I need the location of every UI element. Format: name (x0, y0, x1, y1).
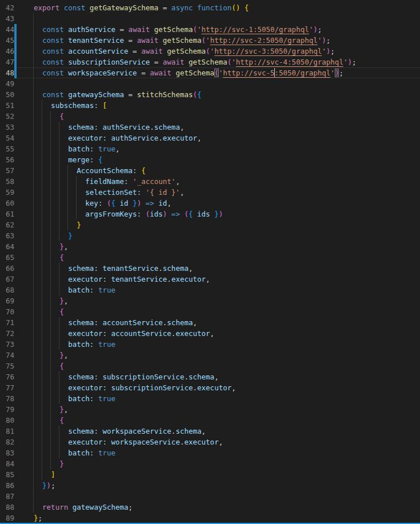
code-line[interactable]: 67 executor: tenantService.executor, (0, 274, 420, 285)
code-line[interactable]: 60 key: ({ id }) => id, (0, 198, 420, 209)
code-line[interactable]: 65 { (0, 252, 420, 263)
code-line[interactable]: 73 batch: true (0, 339, 420, 350)
line-number[interactable]: 72 (0, 328, 14, 339)
code-line[interactable]: 63 } (0, 230, 420, 241)
code-line[interactable]: 59 selectionSet: '{ id }', (0, 187, 420, 198)
line-number[interactable]: 80 (0, 415, 14, 426)
code-line[interactable]: 66 schema: tenantService.schema, (0, 263, 420, 274)
code-line[interactable]: 64 }, (0, 241, 420, 252)
token: http://svc-2:5050/graphql (210, 36, 318, 45)
line-number[interactable]: 66 (0, 263, 14, 274)
line-number[interactable]: 45 (0, 35, 14, 46)
code-line[interactable]: 80 { (0, 415, 420, 426)
code-line[interactable]: 86 }); (0, 480, 420, 491)
line-number[interactable]: 89 (0, 513, 14, 523)
code-line[interactable]: 56 merge: { (0, 154, 420, 165)
code-line[interactable]: 61 argsFromKeys: (ids) => ({ ids }) (0, 209, 420, 219)
line-number[interactable]: 57 (0, 165, 14, 176)
code-line[interactable]: 71 schema: accountService.schema, (0, 317, 420, 328)
line-number[interactable]: 46 (0, 46, 14, 57)
code-line[interactable]: 70 { (0, 306, 420, 317)
code-line[interactable]: 74 }, (0, 350, 420, 361)
line-number[interactable]: 61 (0, 209, 14, 219)
line-number[interactable]: 70 (0, 306, 14, 317)
line-number[interactable]: 43 (0, 13, 14, 24)
code-line[interactable]: 62 } (0, 219, 420, 230)
line-number[interactable]: 88 (0, 502, 14, 513)
line-number[interactable]: 62 (0, 219, 14, 230)
code-line[interactable]: 82 executor: workspaceService.executor, (0, 437, 420, 447)
line-number[interactable]: 82 (0, 437, 14, 447)
line-number[interactable]: 50 (0, 89, 14, 100)
line-number[interactable]: 68 (0, 285, 14, 295)
line-number[interactable]: 69 (0, 295, 14, 306)
code-line[interactable]: 42export const getGatewaySchema = async … (0, 2, 420, 13)
code-line[interactable]: 87 (0, 491, 420, 502)
token: schema (189, 373, 214, 381)
line-number[interactable]: 59 (0, 187, 14, 198)
line-number[interactable]: 49 (0, 78, 14, 89)
line-number[interactable]: 84 (0, 458, 14, 469)
line-number[interactable]: 47 (0, 57, 14, 67)
code-line[interactable]: 72 executor: accountService.executor, (0, 328, 420, 339)
code-line[interactable]: 78 batch: true (0, 393, 420, 404)
code-line[interactable]: 77 executor: subscriptionService.executo… (0, 382, 420, 393)
code-line[interactable]: 76 schema: subscriptionService.schema, (0, 371, 420, 382)
code-line[interactable]: 45 const tenantService = await getSchema… (0, 35, 420, 46)
code-line[interactable]: 49 (0, 78, 420, 89)
code-line[interactable]: 68 batch: true (0, 285, 420, 295)
line-number[interactable]: 86 (0, 480, 14, 491)
line-number[interactable]: 87 (0, 491, 14, 502)
line-number[interactable]: 83 (0, 447, 14, 458)
line-number[interactable]: 42 (0, 2, 14, 13)
line-number[interactable]: 76 (0, 371, 14, 382)
line-number[interactable]: 85 (0, 469, 14, 480)
code-line[interactable]: 55 batch: true, (0, 143, 420, 154)
line-number[interactable]: 78 (0, 393, 14, 404)
line-number[interactable]: 73 (0, 339, 14, 350)
line-number[interactable]: 53 (0, 122, 14, 133)
code-line[interactable]: 89}; (0, 513, 420, 523)
line-number[interactable]: 81 (0, 426, 14, 437)
line-number[interactable]: 56 (0, 154, 14, 165)
line-number[interactable]: 51 (0, 100, 14, 111)
code-line[interactable]: 43 (0, 13, 420, 24)
line-number[interactable]: 55 (0, 143, 14, 154)
code-line[interactable]: 81 schema: workspaceService.schema, (0, 426, 420, 437)
line-number[interactable]: 65 (0, 252, 14, 263)
line-number[interactable]: 60 (0, 198, 14, 209)
code-line[interactable]: 88 return gatewaySchema; (0, 502, 420, 513)
code-line[interactable]: 79 }, (0, 404, 420, 415)
line-number[interactable]: 48 (0, 67, 14, 78)
line-number[interactable]: 67 (0, 274, 14, 285)
line-number[interactable]: 77 (0, 382, 14, 393)
code-line[interactable]: 57 AccountSchema: { (0, 165, 420, 176)
line-number[interactable]: 52 (0, 111, 14, 122)
code-line[interactable]: 84 } (0, 458, 420, 469)
line-number[interactable]: 58 (0, 176, 14, 187)
code-line[interactable]: 85 ] (0, 469, 420, 480)
line-number[interactable]: 71 (0, 317, 14, 328)
line-number[interactable]: 74 (0, 350, 14, 361)
code-line[interactable]: 44 const authService = await getSchema('… (0, 24, 420, 35)
code-line[interactable]: 46 const accountService = await getSchem… (0, 46, 420, 57)
code-line[interactable]: 54 executor: authService.executor, (0, 133, 420, 143)
code-line[interactable]: 58 fieldName: '_account', (0, 176, 420, 187)
line-number[interactable]: 79 (0, 404, 14, 415)
code-line[interactable]: 50 const gatewaySchema = stitchSchemas({ (0, 89, 420, 100)
code-line[interactable]: 83 batch: true (0, 447, 420, 458)
line-number[interactable]: 63 (0, 230, 14, 241)
code-line[interactable]: 51 subschemas: [ (0, 100, 420, 111)
code-line[interactable]: 75 { (0, 361, 420, 371)
code-line[interactable]: 47 const subscriptionService = await get… (0, 57, 420, 67)
code-line[interactable]: 53 schema: authService.schema, (0, 122, 420, 133)
line-number[interactable]: 75 (0, 361, 14, 371)
code-line[interactable]: 48 const workspaceService = await getSch… (0, 67, 420, 78)
line-number[interactable]: 64 (0, 241, 14, 252)
code-line[interactable]: 52 { (0, 111, 420, 122)
token: } (68, 231, 73, 240)
code-editor[interactable]: 42export const getGatewaySchema = async … (0, 0, 420, 524)
line-number[interactable]: 44 (0, 24, 14, 35)
code-line[interactable]: 69 }, (0, 295, 420, 306)
line-number[interactable]: 54 (0, 133, 14, 143)
